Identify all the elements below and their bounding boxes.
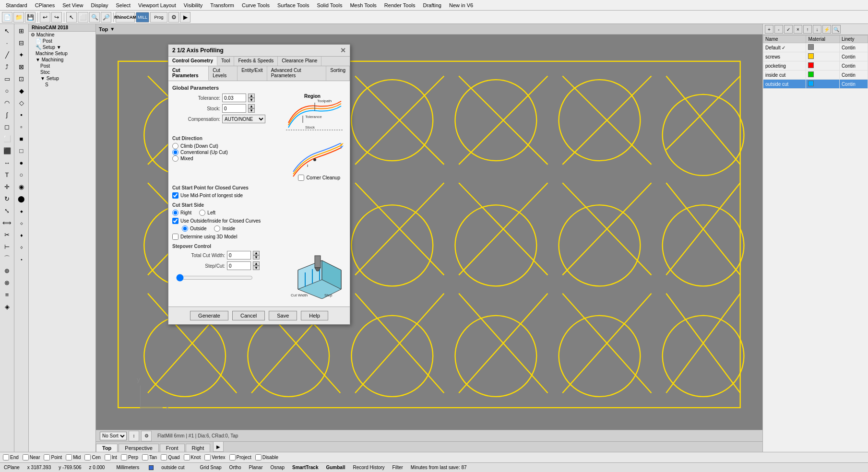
toolbar-select[interactable]: ↖	[66, 12, 77, 23]
menu-curve-tools[interactable]: Curve Tools	[238, 1, 273, 9]
help-button[interactable]: Help	[301, 311, 328, 320]
stock-input[interactable]	[222, 104, 246, 113]
snap-knot-cb[interactable]	[184, 454, 190, 460]
tab-feeds-speeds[interactable]: Feeds & Speeds	[234, 57, 278, 66]
icon-mesh[interactable]: ⬛	[1, 145, 13, 156]
snap-cen-cb[interactable]	[84, 454, 91, 460]
nosort-btn1[interactable]: ↕	[129, 431, 139, 441]
nosort-select[interactable]: No Sort	[100, 432, 127, 440]
menu-solid-tools[interactable]: Solid Tools	[313, 1, 346, 9]
rph-btn3[interactable]: ✓	[784, 25, 793, 34]
icon-circle[interactable]: ○	[1, 85, 13, 96]
icon2-12[interactable]: ●	[16, 157, 27, 168]
icon2-7[interactable]: ◇	[16, 97, 27, 108]
toolbar-undo[interactable]: ↩	[40, 12, 50, 23]
snap-vertex-cb[interactable]	[204, 454, 211, 460]
tree-machining[interactable]: ▼ Machining	[29, 57, 95, 63]
menu-transform[interactable]: Transform	[206, 1, 238, 9]
icon2-14[interactable]: ◉	[16, 181, 27, 192]
tab-entity-exit[interactable]: Entity/Exit	[238, 66, 267, 81]
menu-select[interactable]: Select	[112, 1, 135, 9]
vp-tab-arrow[interactable]: ▶	[213, 441, 224, 452]
rph-search[interactable]: 🔍	[832, 25, 841, 34]
icon2-20[interactable]: ⬩	[16, 253, 27, 264]
icon2-6[interactable]: ◆	[16, 85, 27, 96]
vp-tab-perspective[interactable]: Perspective	[119, 444, 158, 452]
icon-curve[interactable]: ∫	[1, 109, 13, 120]
icon2-13[interactable]: ○	[16, 169, 27, 180]
tree-machine[interactable]: ⚙ Machine	[29, 32, 95, 38]
icon-polyline[interactable]: ⤴	[1, 61, 13, 72]
tab-advanced-cut[interactable]: Advanced Cut Parameters	[267, 66, 327, 81]
radio-mixed-input[interactable]	[172, 155, 178, 162]
stock-spin-up[interactable]: ▲	[248, 104, 255, 108]
icon2-3[interactable]: ✦	[16, 49, 27, 60]
viewport-main[interactable]: x y 2 1/2 Axis Profiling ✕ Control Geome…	[96, 35, 762, 430]
rph-btn6[interactable]: ↓	[813, 25, 821, 34]
icon2-5[interactable]: ⊡	[16, 73, 27, 84]
icon-extend[interactable]: ⊢	[1, 241, 13, 252]
generate-button[interactable]: Generate	[190, 311, 228, 320]
tree-post2[interactable]: Post	[29, 63, 95, 69]
icon-join[interactable]: ⊕	[1, 265, 13, 276]
corner-cleanup-checkbox[interactable]	[298, 175, 304, 181]
menu-surface-tools[interactable]: Surface Tools	[273, 1, 313, 9]
icon-line[interactable]: ╱	[1, 49, 13, 60]
radio-climb-input[interactable]	[172, 143, 178, 149]
icon-point[interactable]: ·	[1, 37, 13, 48]
icon-pointer[interactable]: ↖	[1, 25, 13, 36]
sc-spin-up[interactable]: ▲	[253, 261, 260, 266]
snap-project-cb[interactable]	[229, 454, 236, 460]
icon2-19[interactable]: ⬨	[16, 241, 27, 252]
tab-clearance-plane[interactable]: Clearance Plane	[278, 57, 321, 66]
icon-dim[interactable]: ↔	[1, 157, 13, 168]
toolbar-btn1[interactable]: ⚙	[168, 12, 179, 23]
menu-visibility[interactable]: Visibility	[180, 1, 207, 9]
icon-render[interactable]: ◈	[1, 301, 13, 312]
dialog-title-bar[interactable]: 2 1/2 Axis Profiling ✕	[168, 45, 350, 57]
tree-setup2[interactable]: ▼ Setup	[29, 75, 95, 82]
menu-display[interactable]: Display	[87, 1, 112, 9]
snap-near-cb[interactable]	[23, 454, 29, 460]
total-cut-width-input[interactable]	[227, 251, 251, 260]
snap-perp-cb[interactable]	[121, 454, 127, 460]
dialog-close-button[interactable]: ✕	[340, 47, 346, 54]
toolbar-zoom-in[interactable]: 🔍	[89, 12, 100, 23]
tree-s[interactable]: S	[29, 82, 95, 88]
radio-left-input[interactable]	[199, 210, 205, 216]
icon2-18[interactable]: ⬧	[16, 229, 27, 240]
toolbar-open[interactable]: 📁	[13, 12, 24, 23]
nosort-btn2[interactable]: ⚙	[141, 431, 152, 441]
toolbar-window[interactable]: ⬜	[78, 12, 88, 23]
toolbar-mill[interactable]: MILL	[136, 12, 149, 23]
radio-outside-input[interactable]	[182, 225, 188, 232]
rph-btn2[interactable]: -	[774, 25, 783, 34]
tree-setup[interactable]: 🔧 Setup ▼	[29, 44, 95, 50]
icon2-2[interactable]: ⊟	[16, 37, 27, 48]
icon2-10[interactable]: ■	[16, 133, 27, 144]
snap-tan-cb[interactable]	[142, 454, 148, 460]
icon-mirror[interactable]: ⟺	[1, 217, 13, 228]
icon2-17[interactable]: ⬦	[16, 217, 27, 228]
icon-move[interactable]: ✛	[1, 181, 13, 192]
menu-cplanes[interactable]: CPlanes	[31, 1, 59, 9]
menu-setview[interactable]: Set View	[59, 1, 87, 9]
layer-row-screws[interactable]: screws Contin	[763, 52, 868, 61]
icon-rect[interactable]: ▭	[1, 73, 13, 84]
layer-row-outside-cut[interactable]: outside cut Contin	[763, 80, 868, 89]
layer-row-default[interactable]: Default ✓ Contin	[763, 43, 868, 52]
tab-cut-levels[interactable]: Cut Levels	[209, 66, 238, 81]
toolbar-new[interactable]: 📄	[2, 12, 12, 23]
icon-arc[interactable]: ◠	[1, 97, 13, 108]
snap-mid-cb[interactable]	[66, 454, 72, 460]
snap-quad-cb[interactable]	[161, 454, 167, 460]
icon2-4[interactable]: ⊠	[16, 61, 27, 72]
step-cut-input[interactable]	[227, 261, 251, 270]
midpoint-checkbox[interactable]	[172, 192, 178, 199]
tab-control-geometry[interactable]: Control Geometry	[168, 57, 217, 66]
toolbar-btn2[interactable]: ▶	[180, 12, 190, 23]
tab-cut-parameters[interactable]: Cut Parameters	[168, 66, 209, 81]
tree-post[interactable]: 📄 Post	[29, 38, 95, 44]
rph-btn1[interactable]: +	[765, 25, 773, 34]
icon-fillet[interactable]: ⌒	[1, 253, 13, 264]
